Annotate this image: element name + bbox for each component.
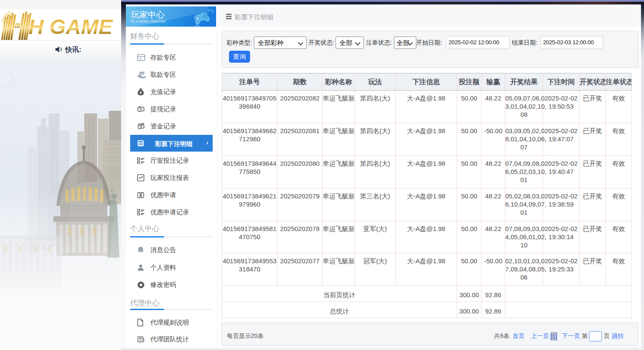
svg-text:H GAME: H GAME — [28, 15, 113, 38]
svg-text:￥: ￥ — [139, 91, 143, 95]
